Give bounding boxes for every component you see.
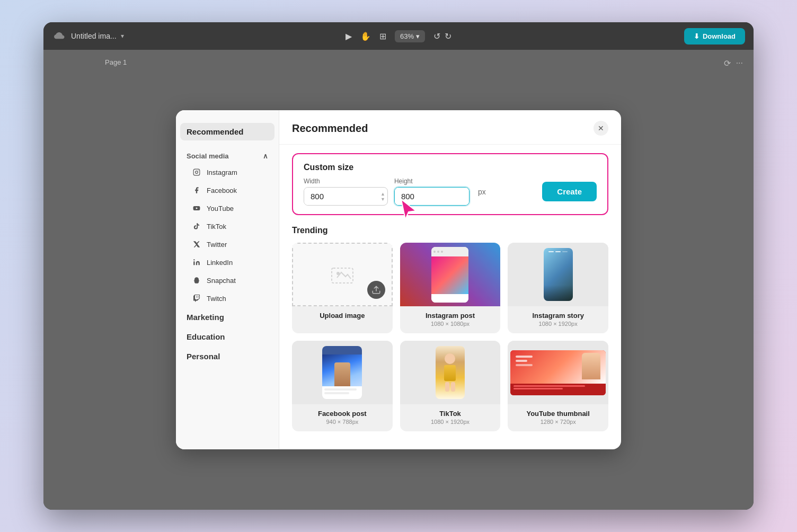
insta-story-img [544, 248, 573, 301]
template-card-fb-post[interactable]: Facebook post 940 × 788px [292, 341, 393, 431]
facebook-label: Facebook [207, 187, 237, 194]
sidebar-personal[interactable]: Personal [176, 347, 279, 366]
width-input[interactable] [304, 188, 378, 205]
education-label: Education [187, 332, 225, 341]
height-label: Height [394, 178, 470, 185]
sidebar-item-tiktok[interactable]: TikTok [176, 217, 279, 235]
yt-card [510, 350, 606, 395]
layout-icon[interactable]: ⊞ [379, 31, 386, 41]
template-card-insta-story[interactable]: Instagram story 1080 × 1920px [508, 243, 608, 333]
width-input-wrapper: ▲ ▼ [304, 187, 388, 206]
close-icon: ✕ [598, 124, 604, 132]
template-card-upload[interactable]: Upload image [292, 243, 393, 333]
yt-card-top [510, 350, 606, 384]
create-button[interactable]: Create [542, 182, 597, 201]
app-title: Untitled ima... [71, 32, 117, 40]
download-button[interactable]: ⬇ Download [684, 28, 745, 45]
fb-post-phone [322, 346, 362, 399]
template-grid: Upload image [292, 243, 608, 431]
custom-size-title: Custom size [304, 163, 597, 172]
sidebar-marketing[interactable]: Marketing [176, 307, 279, 327]
story-dots [548, 251, 568, 252]
sidebar-item-facebook[interactable]: Facebook [176, 181, 279, 199]
sidebar-item-youtube[interactable]: YouTube [176, 199, 279, 217]
sidebar-item-instagram[interactable]: Instagram [176, 163, 279, 181]
tiktok-phone [436, 346, 465, 399]
twitch-icon [192, 294, 201, 303]
width-label: Width [304, 178, 388, 185]
tiktok-person [436, 346, 465, 399]
tiktok-label: TikTok [207, 223, 226, 230]
snapchat-icon [192, 276, 201, 285]
cursor-icon[interactable]: ✋ [360, 31, 371, 41]
sidebar-recommended[interactable]: Recommended [180, 123, 274, 140]
insta-post-size: 1080 × 1080px [431, 321, 470, 327]
yt-thumb-size: 1280 × 720px [541, 419, 576, 425]
width-arrows[interactable]: ▲ ▼ [378, 190, 387, 203]
upload-thumb [292, 243, 393, 306]
fb-post-thumb [292, 341, 393, 404]
youtube-label: YouTube [207, 205, 234, 212]
titlebar-left: Untitled ima... ▾ [52, 29, 339, 43]
svg-point-8 [336, 272, 340, 275]
modal-sidebar: Recommended Social media ∧ [176, 110, 279, 449]
titlebar-right: ⬇ Download [458, 28, 745, 45]
template-card-insta-post[interactable]: Instagram post 1080 × 1080px [400, 243, 501, 333]
social-media-label: Social media [187, 152, 228, 160]
twitter-label: Twitter [207, 241, 227, 249]
sidebar-education[interactable]: Education [176, 327, 279, 347]
template-card-youtube-thumb[interactable]: YouTube thumbnail 1280 × 720px [508, 341, 608, 431]
sidebar-item-snapchat[interactable]: Snapchat [176, 271, 279, 289]
app-window: Untitled ima... ▾ ▶ ✋ ⊞ 63% ▾ ↺ ↻ ⬇ Down… [43, 22, 754, 510]
svg-point-1 [196, 171, 198, 174]
title-chevron-icon[interactable]: ▾ [121, 32, 124, 40]
svg-point-6 [193, 259, 194, 260]
snapchat-label: Snapchat [207, 277, 236, 285]
sidebar-item-twitter[interactable]: Twitter [176, 235, 279, 253]
titlebar: Untitled ima... ▾ ▶ ✋ ⊞ 63% ▾ ↺ ↻ ⬇ Down… [43, 22, 754, 50]
sidebar-social-media-category[interactable]: Social media ∧ [176, 147, 279, 163]
fb-post-size: 940 × 788px [326, 419, 358, 425]
insta-story-thumb [508, 243, 608, 306]
trending-heading: Trending [292, 226, 608, 235]
modal-close-button[interactable]: ✕ [594, 121, 608, 136]
zoom-chevron-icon: ▾ [416, 32, 420, 40]
yt-thumb [508, 341, 608, 404]
sidebar-item-linkedin[interactable]: LinkedIn [176, 253, 279, 271]
zoom-control[interactable]: 63% ▾ [395, 30, 425, 42]
tiktok-label: TikTok [439, 410, 461, 418]
modal-content: Trending [279, 224, 621, 449]
fb-post-label: Facebook post [318, 410, 367, 418]
undo-icon[interactable]: ↺ [433, 31, 440, 41]
sidebar-item-twitch[interactable]: Twitch [176, 289, 279, 307]
insta-post-phone [431, 247, 468, 303]
titlebar-center: ▶ ✋ ⊞ 63% ▾ ↺ ↻ [346, 30, 451, 42]
modal-header: Recommended ✕ [279, 110, 621, 145]
undo-redo-group: ↺ ↻ [433, 31, 451, 41]
modal: Recommended Social media ∧ [176, 110, 621, 449]
fb-text-rows [322, 386, 362, 398]
svg-rect-7 [332, 268, 353, 283]
yt-card-text-area [510, 384, 606, 395]
tiktok-icon [192, 221, 201, 231]
custom-size-inputs: Width ▲ ▼ Height [304, 178, 597, 206]
yt-card-face [582, 353, 600, 379]
twitter-icon [192, 240, 201, 249]
svg-rect-5 [193, 261, 194, 265]
marketing-label: Marketing [187, 313, 224, 322]
modal-title: Recommended [292, 122, 368, 135]
svg-rect-0 [193, 169, 200, 175]
width-field: Width ▲ ▼ [304, 178, 388, 206]
insta-post-label: Instagram post [426, 312, 475, 320]
template-card-tiktok[interactable]: TikTok 1080 × 1920px [400, 341, 501, 431]
download-icon: ⬇ [694, 32, 699, 40]
instagram-label: Instagram [207, 169, 237, 176]
social-media-chevron-icon: ∧ [263, 152, 268, 160]
px-unit-label: px [478, 188, 486, 196]
insta-phone-header [431, 247, 468, 256]
modal-overlay: Recommended Social media ∧ [43, 50, 754, 510]
redo-icon[interactable]: ↻ [445, 31, 451, 41]
upload-circle-icon [367, 281, 385, 299]
play-icon[interactable]: ▶ [346, 31, 352, 41]
tiktok-thumb [400, 341, 501, 404]
